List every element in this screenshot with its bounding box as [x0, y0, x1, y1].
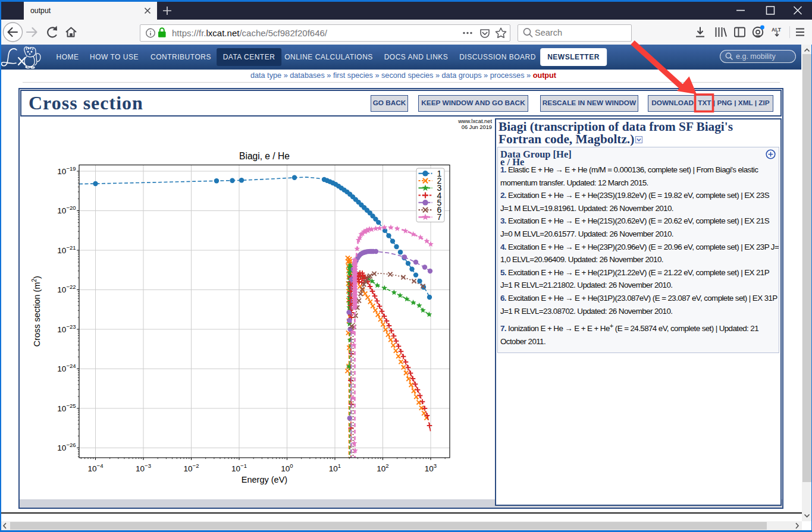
svg-text:Biagi, e / He: Biagi, e / He — [239, 151, 290, 161]
svg-text:www.lxcat.net: www.lxcat.net — [457, 118, 492, 124]
svg-text:Energy (eV): Energy (eV) — [242, 475, 287, 484]
svg-text:06 Jun 2019: 06 Jun 2019 — [462, 124, 492, 130]
svg-text:7: 7 — [437, 212, 442, 222]
svg-text:Cross section (m2): Cross section (m2) — [31, 276, 42, 347]
